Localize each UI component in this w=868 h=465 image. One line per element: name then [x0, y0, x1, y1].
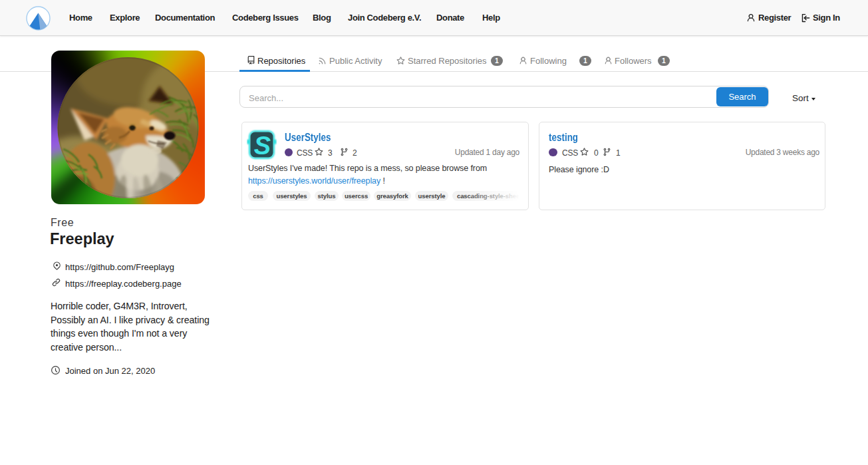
- svg-text:S: S: [254, 132, 271, 160]
